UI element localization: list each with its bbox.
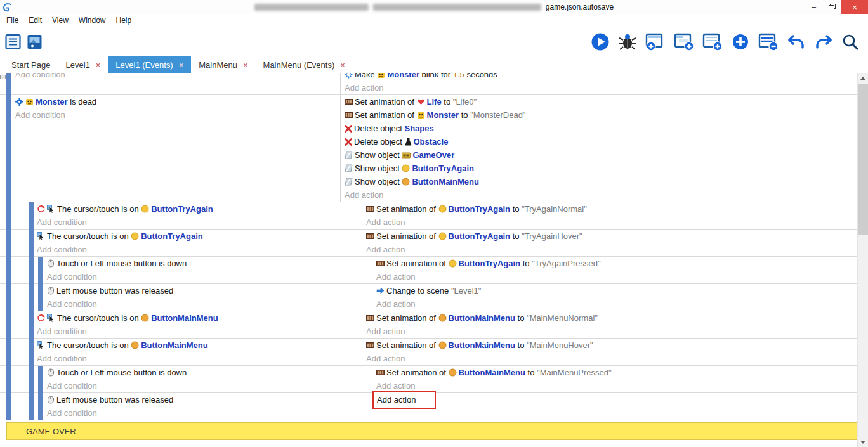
add-action-link[interactable]: Add action xyxy=(366,325,858,338)
add-condition-link[interactable]: Add condition xyxy=(15,73,340,81)
action-line[interactable]: Make Monster blink for 1.5 seconds xyxy=(345,73,858,81)
undo-button[interactable] xyxy=(787,33,806,51)
event-nesting-bar xyxy=(29,202,34,420)
animation-icon xyxy=(366,232,374,240)
action-line[interactable]: Set animation of ButtonTryAgain to "TryA… xyxy=(366,230,858,243)
add-action-link[interactable]: Add action xyxy=(376,270,858,283)
object-name: ButtonMainMenu xyxy=(412,177,478,186)
toggle-events-button[interactable] xyxy=(758,32,779,51)
redo-button[interactable] xyxy=(814,33,833,51)
comment-event[interactable]: GAME OVER xyxy=(6,422,858,440)
add-condition-link[interactable]: Add condition xyxy=(37,352,362,365)
monster-icon xyxy=(377,73,385,79)
action-line[interactable]: Set animation of Life to "Life0" xyxy=(345,95,858,108)
behavior-icon xyxy=(15,98,23,106)
minimize-button[interactable]: – xyxy=(805,0,823,14)
condition-line[interactable]: Left mouse button was released xyxy=(47,284,372,297)
object-name: ButtonMainMenu xyxy=(459,368,525,377)
add-condition-link[interactable]: Add condition xyxy=(37,216,362,229)
condition-line[interactable]: Touch or Left mouse button is down xyxy=(47,366,372,379)
add-circle-button[interactable] xyxy=(731,32,750,51)
play-button[interactable] xyxy=(591,32,610,51)
redacted-title-segment xyxy=(254,4,369,11)
add-action-link[interactable]: Add action xyxy=(345,81,858,94)
menu-view[interactable]: View xyxy=(47,16,74,25)
mainmenu-icon xyxy=(438,341,447,349)
project-manager-button[interactable] xyxy=(5,34,22,50)
show-icon xyxy=(345,151,353,159)
add-action-link[interactable]: Add action xyxy=(376,393,858,406)
event-row: Add conditionMake Monster blink for 1.5 … xyxy=(0,73,858,95)
tab-level1[interactable]: Level1× xyxy=(58,56,108,73)
add-condition-link[interactable]: Add condition xyxy=(47,297,372,311)
condition-line[interactable]: The cursor/touch is on ButtonMainMenu xyxy=(37,311,362,325)
add-action-highlight[interactable]: Add action xyxy=(372,391,436,409)
conditions-cell: The cursor/touch is on ButtonTryAgainAdd… xyxy=(0,202,362,229)
animation-icon xyxy=(366,341,374,349)
menu-window[interactable]: Window xyxy=(74,16,111,25)
add-condition-link[interactable]: Add condition xyxy=(37,243,362,256)
close-tab-icon[interactable]: × xyxy=(179,61,184,69)
add-action-link[interactable]: Add action xyxy=(366,216,858,229)
condition-line[interactable]: The cursor/touch is on ButtonMainMenu xyxy=(37,339,362,352)
events-sheet: Add conditionMake Monster blink for 1.5 … xyxy=(0,73,858,447)
add-condition-link[interactable]: Add condition xyxy=(15,108,340,122)
object-name: Life xyxy=(427,97,442,107)
collapse-handle[interactable] xyxy=(0,75,6,79)
add-condition-link[interactable]: Add condition xyxy=(37,325,362,338)
tab-mainmenu[interactable]: MainMenu× xyxy=(191,56,255,73)
event-nesting-bar xyxy=(6,73,11,420)
action-line[interactable]: Set animation of ButtonMainMenu to "Main… xyxy=(366,339,858,352)
action-line[interactable]: Show object GameOver xyxy=(345,148,858,162)
scrollbar-thumb[interactable] xyxy=(858,84,868,235)
action-line[interactable]: Delete object Obstacle xyxy=(345,135,858,148)
action-line[interactable]: Delete object Shapes xyxy=(345,122,858,135)
restore-button[interactable] xyxy=(823,0,841,14)
menu-file[interactable]: File xyxy=(1,16,23,25)
close-tab-icon[interactable]: × xyxy=(243,61,248,69)
close-tab-icon[interactable]: × xyxy=(340,61,345,69)
search-button[interactable] xyxy=(841,33,859,51)
add-action-link[interactable]: Add action xyxy=(376,379,858,392)
add-action-link[interactable]: Add action xyxy=(366,243,858,256)
add-action-link[interactable]: Add action xyxy=(376,297,858,311)
mouse-icon xyxy=(47,259,55,268)
close-button[interactable]: × xyxy=(841,0,868,14)
scene-editor-button[interactable] xyxy=(27,34,43,50)
condition-line[interactable]: The cursor/touch is on ButtonTryAgain xyxy=(37,202,362,216)
action-line[interactable]: Change to scene "Level1" xyxy=(376,284,858,297)
action-line[interactable]: Show object ButtonMainMenu xyxy=(345,175,858,188)
action-line[interactable]: Set animation of ButtonMainMenu to "Main… xyxy=(376,366,858,379)
tab-start-page[interactable]: Start Page xyxy=(4,56,58,73)
add-other-event-button[interactable] xyxy=(702,32,723,51)
condition-line[interactable]: Touch or Left mouse button is down xyxy=(47,257,372,270)
action-line[interactable]: Set animation of ButtonMainMenu to "Main… xyxy=(366,311,858,325)
scroll-up-button[interactable] xyxy=(858,73,868,83)
menu-help[interactable]: Help xyxy=(111,16,137,25)
scroll-down-button[interactable] xyxy=(858,437,868,447)
event-row: Left mouse button was releasedAdd condit… xyxy=(0,284,858,311)
add-condition-link[interactable]: Add condition xyxy=(47,406,372,420)
object-name: Monster xyxy=(387,73,419,79)
condition-line[interactable]: Left mouse button was released xyxy=(47,393,372,406)
debug-button[interactable] xyxy=(618,32,637,51)
condition-line[interactable]: The cursor/touch is on ButtonTryAgain xyxy=(37,230,362,243)
toolbar xyxy=(0,27,868,56)
monster-icon xyxy=(25,98,34,106)
add-action-link[interactable]: Add action xyxy=(366,352,858,365)
action-line[interactable]: Set animation of Monster to "MonsterDead… xyxy=(345,108,858,122)
tab-level1-events-[interactable]: Level1 (Events)× xyxy=(108,56,191,73)
condition-line[interactable]: Monster is dead xyxy=(15,95,340,108)
tab-mainmenu-events-[interactable]: MainMenu (Events)× xyxy=(256,56,353,73)
add-action-link[interactable]: Add action xyxy=(345,188,858,202)
action-line[interactable]: Show object ButtonTryAgain xyxy=(345,162,858,175)
action-line[interactable]: Set animation of ButtonTryAgain to "TryA… xyxy=(366,202,858,216)
add-condition-link[interactable]: Add condition xyxy=(47,379,372,392)
add-subevent-button[interactable] xyxy=(674,32,694,51)
object-name: ButtonTryAgain xyxy=(141,231,203,241)
menu-edit[interactable]: Edit xyxy=(23,16,47,25)
action-line[interactable]: Set animation of ButtonTryAgain to "TryA… xyxy=(376,257,858,270)
close-tab-icon[interactable]: × xyxy=(96,61,101,69)
add-event-button[interactable] xyxy=(645,32,666,51)
add-condition-link[interactable]: Add condition xyxy=(47,270,372,283)
